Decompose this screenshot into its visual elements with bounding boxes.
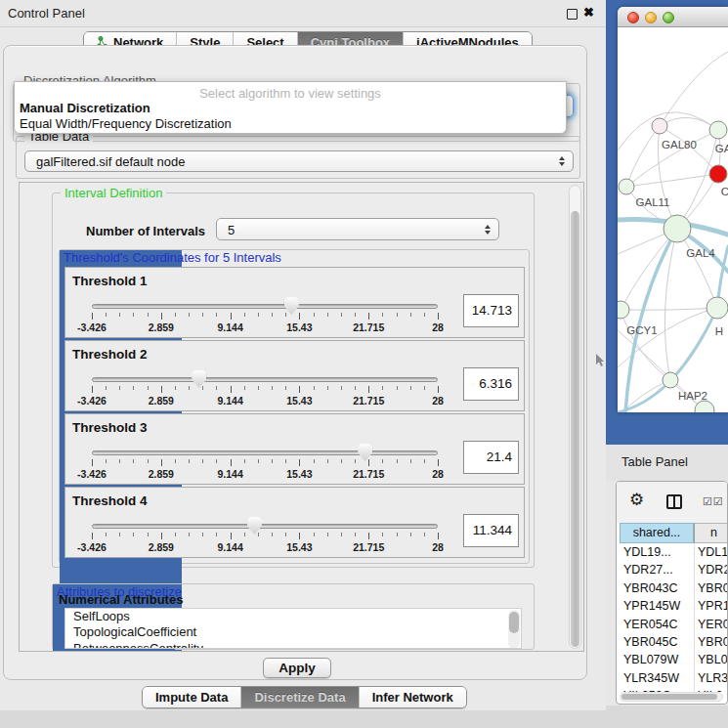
tick-label: 28: [432, 468, 444, 480]
network-canvas[interactable]: GAL80GACGAL11GAL4GCY1HHAP2: [618, 27, 728, 412]
gear-icon[interactable]: ⚙: [629, 492, 644, 508]
network-edge[interactable]: [660, 52, 728, 126]
table-row[interactable]: YER054CYER0: [617, 616, 728, 633]
table-data-value: galFiltered.sif default node: [36, 154, 185, 169]
cell-shared-name: YBR045C: [623, 633, 678, 651]
tick-label: 9.144: [217, 395, 242, 407]
table-row[interactable]: YDL19...YDL1: [617, 543, 728, 561]
attribute-item[interactable]: SelfLoops: [65, 609, 521, 624]
table-row[interactable]: YDR27...YDR2: [617, 561, 728, 578]
tick-marks: [92, 386, 438, 394]
zoom-traffic-light-icon[interactable]: [663, 12, 674, 23]
tab-discretize-data[interactable]: Discretize Data: [240, 687, 358, 707]
threshold-value-field[interactable]: 6.316: [463, 367, 519, 401]
tick-label: 2.859: [149, 468, 174, 480]
attributes-list[interactable]: SelfLoopsTopologicalCoefficientBetweenne…: [64, 608, 522, 649]
column-header-1[interactable]: shared...: [620, 523, 694, 543]
panel-title: Control Panel: [8, 6, 85, 21]
tick-label: 9.144: [217, 541, 242, 553]
network-edge[interactable]: [626, 126, 660, 187]
network-edge[interactable]: [621, 310, 670, 380]
slider-track[interactable]: [92, 524, 438, 529]
scrollbar-thumb[interactable]: [621, 694, 717, 700]
minimize-traffic-light-icon[interactable]: [645, 12, 657, 23]
cell-name: YPR1: [698, 597, 728, 615]
tab-impute-data[interactable]: Impute Data: [143, 687, 240, 707]
network-node[interactable]: [619, 179, 634, 194]
algorithm-option[interactable]: Manual Discretization: [20, 101, 150, 115]
tick-label: 28: [432, 321, 444, 333]
attributes-list-title: Numerical Attributes: [59, 592, 183, 607]
column-separator: [694, 543, 695, 692]
algorithm-option[interactable]: Equal Width/Frequency Discretization: [20, 116, 232, 131]
popup-hint: Select algorithm to view settings: [15, 86, 566, 101]
network-node[interactable]: [695, 401, 714, 412]
checkboxes-icon[interactable]: ☑☑: [703, 495, 724, 508]
table-horizontal-scrollbar[interactable]: [620, 692, 723, 702]
threshold-value-field[interactable]: 21.4: [463, 441, 519, 474]
scrollbar-thumb[interactable]: [571, 211, 579, 647]
interval-definition-group: Interval Definition Number of Intervals …: [52, 193, 535, 568]
close-icon[interactable]: ✖: [583, 5, 594, 20]
tab-infer-network[interactable]: Infer Network: [359, 687, 466, 707]
close-traffic-light-icon[interactable]: [627, 12, 639, 23]
attributes-list-scrollbar[interactable]: [508, 610, 520, 649]
threshold-value-field[interactable]: 14.713: [463, 294, 519, 327]
cell-shared-name: YPR145W: [623, 597, 680, 615]
tick-label: 15.43: [286, 541, 312, 553]
tick-label: 21.715: [353, 395, 384, 407]
table-row[interactable]: YBR043CYBR0: [617, 579, 728, 597]
network-window-titlebar[interactable]: [618, 7, 728, 27]
network-frame: GAL80GACGAL11GAL4GCY1HHAP2: [606, 0, 728, 445]
network-node[interactable]: [652, 118, 667, 134]
column-header-2[interactable]: n: [694, 523, 728, 543]
tick-label: 2.859: [149, 321, 174, 333]
table-row[interactable]: YBL079WYBL0: [617, 651, 728, 668]
attribute-item[interactable]: TopologicalCoefficient: [65, 624, 521, 640]
apply-button[interactable]: Apply: [263, 658, 331, 678]
tick-label: -3.426: [77, 541, 107, 553]
tick-label: 15.43: [286, 321, 312, 333]
table-row[interactable]: YLR345WYLR3: [617, 669, 728, 687]
network-node[interactable]: [707, 297, 728, 319]
network-node[interactable]: [664, 215, 691, 242]
control-panel-titlebar: Control Panel ✖: [0, 0, 606, 27]
slider-track[interactable]: [92, 377, 438, 382]
network-node[interactable]: [663, 372, 678, 388]
tick-label: 21.715: [353, 468, 384, 480]
split-columns-icon[interactable]: [666, 494, 682, 509]
settings-scrollbar[interactable]: [569, 185, 581, 649]
attribute-item[interactable]: BetweennessCentrality: [65, 641, 521, 649]
float-window-icon[interactable]: [567, 9, 578, 20]
bottom-tab-bar: Impute DataDiscretize DataInfer Network: [142, 686, 467, 708]
num-intervals-value: 5: [228, 222, 235, 236]
network-node[interactable]: [709, 165, 727, 183]
node-label: GAL80: [662, 139, 697, 150]
slider-track[interactable]: [92, 450, 438, 455]
table-panel-box: ⚙ ☑☑ shared...n YDL19...YDL1YDR27...YDR2…: [616, 481, 728, 705]
tick-label: 9.144: [217, 468, 242, 480]
tick-marks: [92, 533, 438, 540]
threshold-value-field[interactable]: 11.344: [463, 514, 519, 547]
table-row[interactable]: YBR045CYBR0: [617, 633, 728, 651]
table-row[interactable]: YPR145WYPR1: [617, 597, 728, 615]
cell-name: YDR2: [698, 561, 728, 578]
network-node[interactable]: [709, 121, 727, 139]
network-node[interactable]: [618, 301, 629, 319]
table-panel-title: Table Panel: [621, 454, 688, 469]
scrollbar-thumb[interactable]: [509, 612, 519, 633]
network-edge[interactable]: [670, 308, 717, 380]
attributes-group: Attributes to discretize Numerical Attri…: [52, 583, 535, 650]
cell-name: YBL0: [698, 651, 728, 668]
cyni-toolbox-panel: Discretization Algorithm Select algorith…: [3, 45, 587, 680]
tick-label: 2.859: [149, 395, 174, 407]
num-intervals-spinner[interactable]: 5: [216, 218, 499, 240]
cell-name: YBR0: [698, 633, 728, 651]
slider-track[interactable]: [92, 304, 438, 309]
node-label: HAP2: [678, 390, 707, 402]
table-rows: YDL19...YDL1YDR27...YDR2YBR043CYBR0YPR14…: [617, 543, 728, 692]
network-edge[interactable]: [621, 308, 717, 310]
tick-marks: [92, 459, 438, 467]
table-data-group: Table Data galFiltered.sif default node: [16, 136, 580, 179]
table-data-combobox[interactable]: galFiltered.sif default node: [24, 150, 574, 172]
